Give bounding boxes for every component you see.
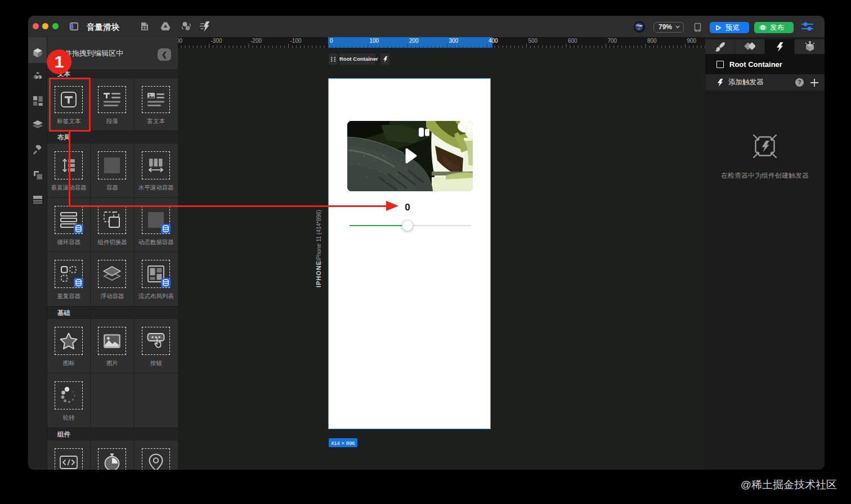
svg-text:100: 100 bbox=[370, 38, 379, 44]
svg-text:700: 700 bbox=[608, 38, 617, 44]
svg-text:0: 0 bbox=[330, 38, 333, 44]
svg-text:600: 600 bbox=[568, 38, 577, 44]
svg-text:-300: -300 bbox=[211, 38, 222, 44]
svg-text:-200: -200 bbox=[250, 38, 262, 44]
svg-text:-400: -400 bbox=[178, 38, 182, 44]
svg-text:?: ? bbox=[798, 79, 801, 86]
svg-text:300: 300 bbox=[449, 38, 459, 44]
svg-text:-100: -100 bbox=[290, 38, 302, 44]
svg-text:400: 400 bbox=[489, 38, 498, 44]
svg-text:500: 500 bbox=[528, 38, 538, 44]
svg-text:800: 800 bbox=[647, 38, 657, 44]
svg-text:200: 200 bbox=[409, 38, 419, 44]
svg-text:900: 900 bbox=[687, 38, 697, 44]
